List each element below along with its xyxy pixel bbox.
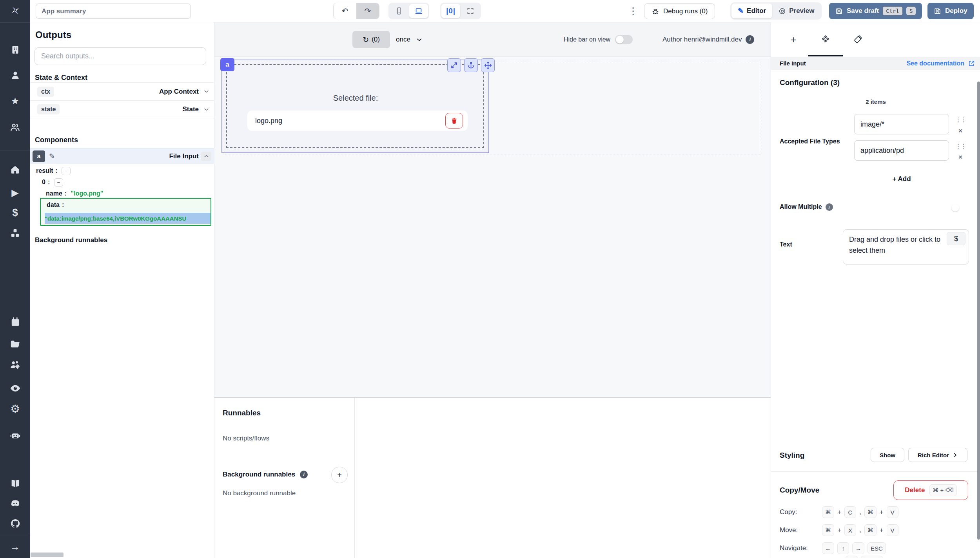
- component-type-label: File Input: [169, 152, 199, 160]
- debug-runs-button[interactable]: Debug runs (0): [644, 3, 715, 19]
- variables-dollar-icon[interactable]: $: [10, 207, 21, 218]
- tab-insert-plus-icon[interactable]: +: [776, 29, 811, 50]
- anchor-component-icon[interactable]: [464, 58, 478, 72]
- no-background-label: No background runnable: [223, 489, 296, 497]
- tab-component-settings-icon[interactable]: [808, 29, 843, 50]
- info-icon[interactable]: i: [300, 471, 308, 478]
- discord-icon[interactable]: [10, 498, 21, 509]
- favorites-star-icon[interactable]: ★: [10, 96, 21, 107]
- expand-sidebar-arrow-icon[interactable]: →: [10, 541, 21, 552]
- workspace-building-icon[interactable]: [10, 44, 21, 55]
- docs-book-icon[interactable]: [10, 478, 21, 489]
- connect-dollar-button[interactable]: $: [947, 232, 965, 245]
- styling-show-button[interactable]: Show: [871, 448, 904, 462]
- rename-pencil-icon[interactable]: ✎: [49, 152, 55, 161]
- accepted-file-types-label: Accepted File Types: [780, 138, 840, 145]
- outputs-panel: Outputs State & Context ctx App Context …: [30, 22, 214, 558]
- search-outputs-input[interactable]: [34, 47, 206, 65]
- accepted-type-input-1[interactable]: [854, 140, 949, 161]
- component-type-header: File Input See documentation: [771, 57, 980, 70]
- data-tree-highlight-box[interactable]: data: "data:image/png;base64,iVBORw0KGgo…: [40, 198, 211, 226]
- see-documentation-link[interactable]: See documentation: [906, 60, 975, 67]
- audit-eye-icon[interactable]: [10, 383, 21, 394]
- vertical-scrollbar[interactable]: [977, 82, 980, 540]
- allow-multiple-label: Allow Multiplei: [780, 203, 833, 211]
- name-value: "logo.png": [71, 190, 103, 197]
- save-icon: [934, 7, 941, 15]
- more-options-kebab-icon[interactable]: ⋮: [628, 5, 638, 16]
- full-width-canvas-button[interactable]: [461, 4, 480, 18]
- output-row-state[interactable]: state State: [30, 100, 214, 118]
- users-group-icon[interactable]: [10, 121, 21, 132]
- info-icon[interactable]: i: [746, 35, 754, 44]
- github-icon[interactable]: [10, 518, 21, 529]
- deploy-button[interactable]: Deploy: [927, 3, 974, 19]
- user-icon[interactable]: [10, 70, 21, 81]
- accepted-type-input-0[interactable]: [854, 114, 949, 134]
- expand-component-icon[interactable]: [447, 58, 461, 72]
- save-draft-button[interactable]: Save draft Ctrl S: [829, 3, 922, 19]
- undo-button[interactable]: ↶: [334, 3, 356, 19]
- delete-component-button[interactable]: Delete ⌘ + ⌫: [893, 480, 968, 500]
- schedules-calendar-icon[interactable]: [10, 317, 21, 328]
- styling-title: Styling: [780, 451, 804, 460]
- hide-bar-label: Hide bar on view: [564, 36, 610, 43]
- desktop-view-button[interactable]: [409, 4, 428, 18]
- app-summary-input[interactable]: [36, 4, 191, 19]
- component-row-a[interactable]: a ✎ File Input: [30, 148, 214, 164]
- redo-button[interactable]: ↷: [356, 3, 379, 19]
- collapse-result-button[interactable]: −: [62, 167, 71, 175]
- groups-users-gear-icon[interactable]: [10, 359, 21, 370]
- tab-styling-brush-icon[interactable]: [840, 29, 875, 50]
- preview-eye-icon: [779, 7, 786, 15]
- author-label: Author henri@windmill.dev: [662, 36, 742, 43]
- file-input-component[interactable]: a Selected file: logo.png: [221, 60, 489, 153]
- tab-editor[interactable]: ✎ Editor: [731, 4, 772, 18]
- selected-file-label: Selected file:: [222, 94, 489, 103]
- settings-gear-icon[interactable]: ⚙: [10, 404, 21, 415]
- remove-type-0-icon[interactable]: ×: [956, 127, 965, 135]
- data-value-selected: "data:image/png;base64,iVBORw0KGgoAAAANS…: [45, 213, 211, 224]
- drag-handle-icon[interactable]: ⋮⋮: [955, 117, 965, 123]
- runnables-title: Runnables: [223, 409, 261, 417]
- drag-handle-icon[interactable]: ⋮⋮: [955, 143, 965, 149]
- runnables-panel: Runnables No scripts/flows Background ru…: [214, 397, 771, 558]
- kbd-s: S: [906, 7, 916, 15]
- resources-cubes-icon[interactable]: [10, 228, 21, 239]
- runs-play-icon[interactable]: ▶: [10, 187, 21, 198]
- add-background-runnable-button[interactable]: +: [331, 467, 348, 483]
- mobile-view-button[interactable]: [390, 4, 408, 18]
- remove-file-button[interactable]: [445, 113, 463, 129]
- rich-editor-button[interactable]: Rich Editor: [908, 448, 967, 462]
- tab-preview[interactable]: Preview: [772, 4, 820, 18]
- save-icon: [835, 7, 843, 15]
- ctx-badge: ctx: [37, 87, 54, 97]
- add-accepted-type-button[interactable]: + Add: [854, 175, 949, 183]
- workers-robot-icon[interactable]: [10, 430, 21, 441]
- left-icon-rail: ★ ▶ $ ⚙: [0, 0, 30, 558]
- chevron-up-icon[interactable]: [201, 152, 211, 161]
- collapse-index-button[interactable]: −: [54, 178, 63, 187]
- move-component-icon[interactable]: [481, 58, 495, 72]
- move-shortcut-row: Move: ⌘+X , ⌘+V: [780, 524, 898, 536]
- component-tag[interactable]: a: [220, 58, 234, 71]
- horizontal-scrollbar[interactable]: [31, 553, 64, 557]
- component-id-badge: a: [33, 150, 45, 162]
- refresh-app-button[interactable]: ↻ (0): [352, 31, 390, 48]
- center-canvas-button[interactable]: |0|: [441, 4, 460, 18]
- remove-type-1-icon[interactable]: ×: [956, 153, 965, 161]
- copy-shortcut-row: Copy: ⌘+C , ⌘+V: [780, 506, 898, 518]
- chevron-down-icon[interactable]: [201, 105, 211, 114]
- recompute-policy-dropdown[interactable]: once: [396, 31, 423, 48]
- output-row-ctx[interactable]: ctx App Context: [30, 82, 214, 100]
- folders-icon[interactable]: [10, 339, 21, 350]
- hide-bar-toggle[interactable]: [615, 35, 633, 44]
- file-name: logo.png: [255, 117, 282, 125]
- app-canvas: ↻ (0) once Hide bar on view Author henri…: [214, 22, 771, 397]
- info-icon[interactable]: i: [826, 203, 833, 211]
- panel-divider: [354, 398, 355, 558]
- windmill-logo-icon[interactable]: [10, 5, 21, 16]
- text-field-wrap: Drag and drop files or click to select t…: [843, 229, 969, 265]
- chevron-down-icon[interactable]: [201, 87, 211, 96]
- home-icon[interactable]: [10, 164, 21, 175]
